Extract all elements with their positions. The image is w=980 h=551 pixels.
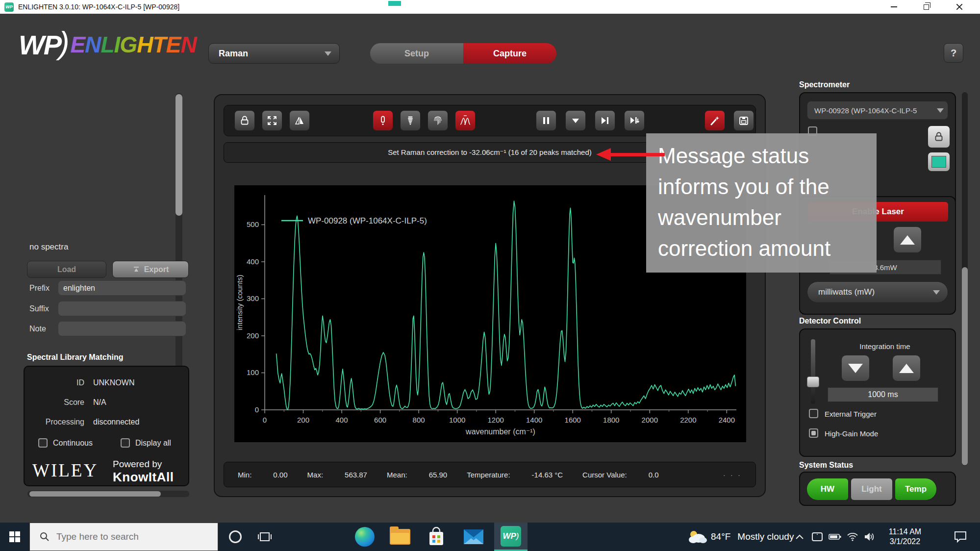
search-input[interactable]	[56, 531, 194, 542]
mail-button[interactable]	[460, 523, 487, 551]
laser-indicator-button[interactable]	[373, 110, 393, 131]
library-score-value: N/A	[93, 398, 106, 407]
step-save-button[interactable]	[624, 110, 645, 131]
suffix-input[interactable]	[58, 301, 186, 316]
svg-text:1200: 1200	[487, 416, 503, 424]
export-button[interactable]: Export	[112, 261, 189, 278]
tray-expand-button[interactable]	[791, 523, 808, 551]
chevron-down-icon	[325, 51, 331, 56]
step-button[interactable]	[595, 110, 615, 131]
scope-statusbar: Min:0.00Max:563.87Mean:65.90Temperature:…	[224, 462, 756, 487]
tablet-icon	[811, 532, 823, 542]
network-button[interactable]	[844, 523, 861, 551]
edge-button[interactable]	[351, 523, 378, 551]
lock-axes-button[interactable]	[234, 110, 255, 131]
svg-text:2000: 2000	[642, 416, 658, 424]
battery-button[interactable]	[827, 523, 843, 551]
taskbar-search[interactable]	[29, 523, 218, 551]
logo-swoosh: )	[59, 25, 69, 61]
high-gain-checkbox[interactable]	[809, 428, 818, 438]
taskbar-clock[interactable]: 11:14 AM 3/1/2022	[881, 523, 929, 551]
technique-dropdown[interactable]: Raman	[208, 43, 340, 64]
clipboard-hscrollbar-thumb[interactable]	[29, 491, 161, 497]
trace-color-button[interactable]	[928, 152, 950, 172]
spectrometer-dropdown[interactable]: WP-00928 (WP-1064X-C-ILP-5	[807, 101, 948, 120]
spectrometer-lock-button[interactable]	[928, 125, 950, 148]
id-fingerprint-button[interactable]	[427, 110, 448, 131]
integration-up-button[interactable]	[892, 355, 921, 381]
close-button[interactable]	[948, 0, 971, 14]
capture-tab[interactable]: Capture	[463, 43, 556, 64]
svg-text:intensity (counts): intensity (counts)	[235, 275, 244, 330]
annotation-line: wavenumber	[658, 202, 865, 233]
logo-letter: E	[166, 32, 180, 57]
prefix-input[interactable]	[58, 280, 186, 296]
tablet-mode-button[interactable]	[809, 523, 826, 551]
action-center-button[interactable]	[949, 523, 972, 551]
svg-text:1600: 1600	[565, 416, 581, 424]
task-view-button[interactable]	[251, 523, 278, 551]
knowitall-logo: KnowItAll	[113, 470, 174, 485]
store-button[interactable]	[423, 523, 450, 551]
start-button[interactable]	[0, 523, 29, 551]
spectral-library-matching-panel: ID UNKNOWN Score N/A Processing disconne…	[24, 366, 189, 486]
svg-text:2200: 2200	[680, 416, 696, 424]
note-input[interactable]	[58, 321, 186, 336]
light-label: Light	[861, 484, 882, 494]
cloud-icon	[688, 529, 707, 544]
integration-slider-track[interactable]	[811, 339, 815, 404]
enlighten-taskbar-button[interactable]: WP)	[494, 523, 528, 551]
raman-correction-button[interactable]	[455, 110, 476, 131]
statusbar-item: Cursor Value:0.0	[582, 471, 658, 479]
status-light-indicator[interactable]: Light	[851, 478, 892, 500]
external-trigger-checkbox[interactable]	[809, 409, 818, 418]
temp-label: Temp	[905, 484, 927, 494]
cortana-button[interactable]	[222, 523, 249, 551]
volume-button[interactable]	[861, 523, 878, 551]
weather-button[interactable]	[685, 523, 710, 551]
laser-units-dropdown[interactable]: milliwatts (mW)	[807, 281, 948, 303]
triangle-down-icon	[848, 364, 863, 373]
save-button[interactable]	[733, 110, 754, 131]
annotation-line: informs you of the	[658, 171, 865, 202]
status-hw-indicator[interactable]: HW	[807, 478, 848, 500]
svg-text:wavenumber (cm⁻¹): wavenumber (cm⁻¹)	[465, 427, 535, 436]
status-temp-indicator[interactable]: Temp	[895, 478, 936, 500]
zoom-fit-button[interactable]	[262, 110, 282, 131]
acquisition-dropdown-button[interactable]	[565, 110, 586, 131]
high-gain-label: High-Gain Mode	[825, 429, 878, 438]
invert-x-button[interactable]	[289, 110, 310, 131]
restore-button[interactable]	[915, 0, 937, 14]
svg-text:0: 0	[255, 405, 259, 414]
logo-letter: L	[101, 32, 114, 57]
export-icon	[132, 266, 140, 274]
display-all-checkbox[interactable]	[121, 438, 130, 448]
integration-down-button[interactable]	[841, 355, 870, 381]
svg-text:WP-00928 (WP-1064X-C-ILP-5): WP-00928 (WP-1064X-C-ILP-5)	[308, 216, 427, 225]
capture-tab-label: Capture	[493, 49, 527, 59]
file-explorer-button[interactable]	[386, 523, 414, 551]
right-scrollbar-thumb[interactable]	[962, 267, 968, 465]
clipboard-scrollbar-thumb[interactable]	[176, 94, 182, 216]
minimize-button[interactable]	[882, 0, 905, 14]
load-button[interactable]: Load	[27, 261, 106, 278]
setup-tab[interactable]: Setup	[370, 43, 463, 64]
help-button[interactable]: ?	[944, 43, 963, 63]
laser-power-up-button[interactable]	[893, 226, 922, 253]
statusbar-more[interactable]: · · ·	[723, 471, 742, 479]
chevron-down-icon	[937, 108, 944, 113]
laser-icon	[377, 115, 389, 126]
titlebar-accent	[388, 1, 401, 6]
weather-text[interactable]: 84°F Mostly cloudy	[711, 523, 794, 551]
integration-slider-thumb[interactable]	[807, 376, 819, 387]
statusbar-item: Min:0.00	[238, 471, 288, 479]
laser-units-value: milliwatts (mW)	[818, 287, 875, 297]
continuous-checkbox[interactable]	[38, 438, 48, 448]
screen: WP ENLIGHTEN 3.0.10: WP-1064X-C-ILP-5 [W…	[0, 0, 980, 551]
svg-text:600: 600	[374, 416, 386, 424]
wizard-button[interactable]	[704, 110, 725, 131]
lock-icon	[239, 115, 251, 126]
svg-text:2400: 2400	[719, 416, 735, 424]
pause-acquisition-button[interactable]	[536, 110, 556, 131]
light-source-button[interactable]	[400, 110, 421, 131]
